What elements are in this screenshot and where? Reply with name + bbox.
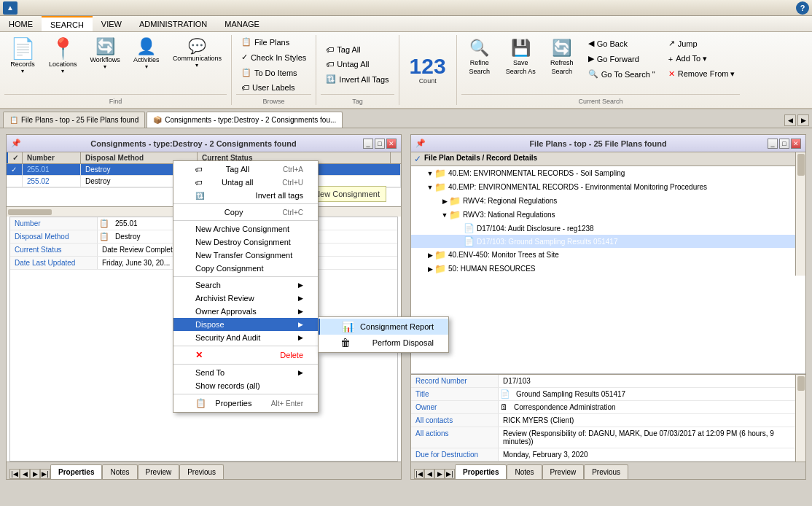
tree-expand-40emp[interactable]: ▼ bbox=[426, 183, 434, 192]
left-nav-prev[interactable]: ◀ bbox=[20, 469, 30, 479]
records-button[interactable]: 📄 Records ▾ bbox=[4, 35, 41, 78]
scroll-placeholder bbox=[391, 152, 401, 163]
right-tab-preview[interactable]: Preview bbox=[542, 464, 585, 479]
ctx-new-destroy[interactable]: New Destroy Consignment bbox=[173, 236, 318, 249]
save-search-button[interactable]: 💾 Save Search As bbox=[501, 35, 541, 79]
tree-item-d17-104[interactable]: 📄 D17/104: Audit Disclosure - reg1238 bbox=[411, 222, 795, 235]
ctx-search-arrow: ▶ bbox=[298, 281, 303, 289]
ctx-search[interactable]: Search ▶ bbox=[173, 279, 318, 292]
jump-button[interactable]: ↗ Jump bbox=[663, 36, 741, 50]
consignments-tab[interactable]: 📦 Consignments - type:Destroy - 2 Consig… bbox=[147, 112, 343, 128]
tree-expand-40env[interactable]: ▶ bbox=[426, 251, 434, 260]
right-detail-contacts-row: All contacts RICK MYERS (Client) bbox=[411, 414, 795, 427]
ctx-properties-label: Properties bbox=[215, 399, 251, 408]
ctx-untag-all[interactable]: 🏷 Untag all Ctrl+U bbox=[173, 176, 318, 189]
go-back-button[interactable]: ◀ Go Back bbox=[583, 36, 660, 50]
perform-disposal-item[interactable]: 🗑 Perform Disposal bbox=[319, 335, 448, 351]
file-plans-tab-label: File Plans - top - 25 File Plans found bbox=[21, 116, 138, 124]
ctx-new-archive[interactable]: New Archive Consignment bbox=[173, 222, 318, 236]
menu-manage[interactable]: MANAGE bbox=[216, 16, 268, 31]
refine-search-button[interactable]: 🔍 Refine Search bbox=[461, 35, 498, 79]
left-nav-first[interactable]: |◀ bbox=[9, 469, 20, 479]
tree-expand-50hr[interactable]: ▶ bbox=[426, 265, 434, 273]
user-labels-button[interactable]: 🏷 User Labels bbox=[236, 81, 300, 94]
right-nav-prev[interactable]: ◀ bbox=[424, 469, 434, 479]
menu-search[interactable]: SEARCH bbox=[42, 16, 93, 31]
go-to-search-button[interactable]: 🔍 Go To Search " bbox=[583, 67, 660, 81]
left-nav-next[interactable]: ▶ bbox=[30, 469, 40, 479]
tree-item-rwv3[interactable]: ▼ 📁 RWV3: National Regulations bbox=[411, 208, 795, 222]
left-pane-close[interactable]: ✕ bbox=[386, 139, 397, 149]
ctx-send-to[interactable]: Send To ▶ bbox=[173, 366, 318, 379]
tree-expand-40em[interactable]: ▼ bbox=[426, 169, 434, 178]
tree-item-rwv4[interactable]: ▶ 📁 RWV4: Regional Regulations bbox=[411, 194, 795, 208]
ctx-tag-all-icon: 🏷 bbox=[195, 166, 203, 174]
ctx-dispose[interactable]: Dispose ▶ 📊 Consignment Report 🗑 Perform… bbox=[173, 318, 318, 331]
tree-item-40em[interactable]: ▼ 📁 40.EM: ENVIRONMENTAL RECORDS - Soil … bbox=[411, 166, 795, 180]
activities-button[interactable]: 👤 Activities ▾ bbox=[128, 35, 165, 74]
ctx-owner-approvals[interactable]: Owner Approvals ▶ bbox=[173, 305, 318, 318]
left-tab-notes[interactable]: Notes bbox=[102, 464, 137, 479]
consignment-report-item[interactable]: 📊 Consignment Report bbox=[319, 319, 448, 335]
count-button[interactable]: 123 Count bbox=[404, 52, 452, 87]
workflows-button[interactable]: 🔄 Workflows ▾ bbox=[85, 35, 125, 74]
left-nav-last[interactable]: ▶| bbox=[40, 469, 50, 479]
tree-expand-rwv4[interactable]: ▶ bbox=[440, 197, 449, 206]
number-col-header[interactable]: Number bbox=[23, 152, 81, 163]
right-pane-close[interactable]: ✕ bbox=[791, 139, 801, 149]
tree-check-icon: ✓ bbox=[414, 154, 421, 164]
ctx-copy[interactable]: Copy Ctrl+C bbox=[173, 206, 318, 219]
right-tab-notes[interactable]: Notes bbox=[507, 464, 542, 479]
right-nav-last[interactable]: ▶| bbox=[445, 469, 455, 479]
tree-item-50hr[interactable]: ▶ 📁 50: HUMAN RESOURCES bbox=[411, 262, 795, 276]
ctx-show-records[interactable]: Show records (all) bbox=[173, 379, 318, 392]
remove-from-button[interactable]: ✕ Remove From ▾ bbox=[663, 67, 741, 81]
communications-button[interactable]: 💬 Communications ▾ bbox=[168, 35, 227, 72]
app-logo[interactable]: ▲ bbox=[3, 1, 17, 15]
right-tab-properties[interactable]: Properties bbox=[455, 464, 507, 479]
tree-expand-rwv3[interactable]: ▼ bbox=[440, 211, 449, 219]
left-tab-preview[interactable]: Preview bbox=[138, 464, 180, 479]
right-tree-scrollbar[interactable] bbox=[795, 152, 805, 276]
right-nav-next[interactable]: ▶ bbox=[434, 469, 445, 479]
tab-nav-next[interactable]: ▶ bbox=[797, 114, 809, 126]
ctx-tag-all[interactable]: 🏷 Tag All Ctrl+A bbox=[173, 163, 318, 176]
left-tab-properties[interactable]: Properties bbox=[50, 464, 102, 479]
left-tab-previous[interactable]: Previous bbox=[179, 464, 224, 479]
help-button[interactable]: ? bbox=[796, 1, 809, 15]
tag-all-button[interactable]: 🏷 Tag All bbox=[321, 43, 365, 56]
file-plans-button[interactable]: 📋 File Plans bbox=[236, 35, 294, 49]
ctx-dispose-label: Dispose bbox=[195, 320, 225, 329]
right-pane-restore[interactable]: □ bbox=[779, 139, 789, 149]
add-to-button[interactable]: + Add To ▾ bbox=[663, 52, 741, 66]
untag-all-button[interactable]: 🏷 Untag All bbox=[321, 58, 374, 71]
to-do-items-button[interactable]: 📋 To Do Items bbox=[236, 66, 302, 79]
tab-nav-prev[interactable]: ◀ bbox=[784, 114, 796, 126]
menu-administration[interactable]: ADMINISTRATION bbox=[130, 16, 216, 31]
ctx-new-transfer[interactable]: New Transfer Consignment bbox=[173, 249, 318, 262]
right-tab-previous[interactable]: Previous bbox=[584, 464, 628, 479]
go-forward-button[interactable]: ▶ Go Forward bbox=[583, 52, 660, 66]
right-detail-scrollbar[interactable] bbox=[795, 375, 805, 462]
ctx-delete[interactable]: ✕ Delete bbox=[173, 348, 318, 362]
check-in-styles-button[interactable]: ✓ Check In Styles bbox=[236, 50, 311, 64]
locations-button[interactable]: 📍 Locations ▾ bbox=[44, 35, 82, 78]
file-plans-tab[interactable]: 📋 File Plans - top - 25 File Plans found bbox=[3, 112, 145, 128]
ctx-properties[interactable]: 📋 Properties Alt+ Enter bbox=[173, 396, 318, 410]
right-pane-minimize[interactable]: _ bbox=[768, 139, 778, 149]
ctx-archivist-review[interactable]: Archivist Review ▶ bbox=[173, 292, 318, 305]
ctx-invert-tags[interactable]: 🔃 Invert all tags bbox=[173, 189, 318, 202]
menu-view[interactable]: VIEW bbox=[93, 16, 130, 31]
consignments-tab-label: Consignments - type:Destroy - 2 Consignm… bbox=[165, 116, 336, 124]
ctx-security-audit[interactable]: Security And Audit ▶ bbox=[173, 331, 318, 344]
menu-home[interactable]: HOME bbox=[0, 16, 42, 31]
tree-item-40emp[interactable]: ▼ 📁 40.EMP: ENVIRONMENTAL RECORDS - Envi… bbox=[411, 180, 795, 194]
refresh-search-button[interactable]: 🔄 Refresh Search bbox=[544, 35, 580, 79]
tree-item-40env[interactable]: ▶ 📁 40.ENV-450: Monitor Trees at Site bbox=[411, 248, 795, 262]
left-pane-restore[interactable]: □ bbox=[375, 139, 385, 149]
ctx-copy-consign[interactable]: Copy Consignment bbox=[173, 262, 318, 275]
right-nav-first[interactable]: |◀ bbox=[414, 469, 424, 479]
tree-item-d17-103[interactable]: 📄 D17/103: Ground Sampling Results 05141… bbox=[411, 235, 795, 248]
left-pane-minimize[interactable]: _ bbox=[363, 139, 373, 149]
invert-all-tags-button[interactable]: 🔃 Invert All Tags bbox=[321, 72, 394, 86]
